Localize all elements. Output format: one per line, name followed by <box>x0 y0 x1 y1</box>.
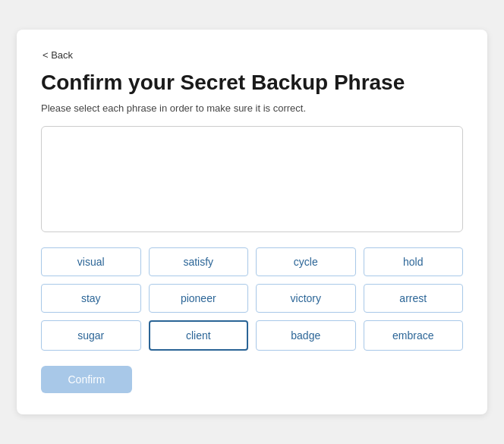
word-btn-visual[interactable]: visual <box>41 247 141 276</box>
word-btn-victory[interactable]: victory <box>256 284 356 313</box>
word-btn-pioneer[interactable]: pioneer <box>149 284 249 313</box>
phrase-display-box <box>41 126 463 232</box>
word-btn-client[interactable]: client <box>149 320 249 351</box>
page-container: < Back Confirm your Secret Backup Phrase… <box>17 30 487 415</box>
word-btn-hold[interactable]: hold <box>364 247 464 276</box>
back-label: < Back <box>43 49 73 61</box>
word-btn-cycle[interactable]: cycle <box>256 247 356 276</box>
page-subtitle: Please select each phrase in order to ma… <box>41 102 463 114</box>
page-title: Confirm your Secret Backup Phrase <box>41 70 463 96</box>
word-btn-satisfy[interactable]: satisfy <box>149 247 249 276</box>
word-grid: visualsatisfycycleholdstaypioneervictory… <box>41 247 463 351</box>
confirm-button[interactable]: Confirm <box>41 366 132 393</box>
word-btn-embrace[interactable]: embrace <box>364 320 464 351</box>
back-link[interactable]: < Back <box>41 49 73 61</box>
word-btn-sugar[interactable]: sugar <box>41 320 141 351</box>
word-btn-arrest[interactable]: arrest <box>364 284 464 313</box>
word-btn-stay[interactable]: stay <box>41 284 141 313</box>
word-btn-badge[interactable]: badge <box>256 320 356 351</box>
